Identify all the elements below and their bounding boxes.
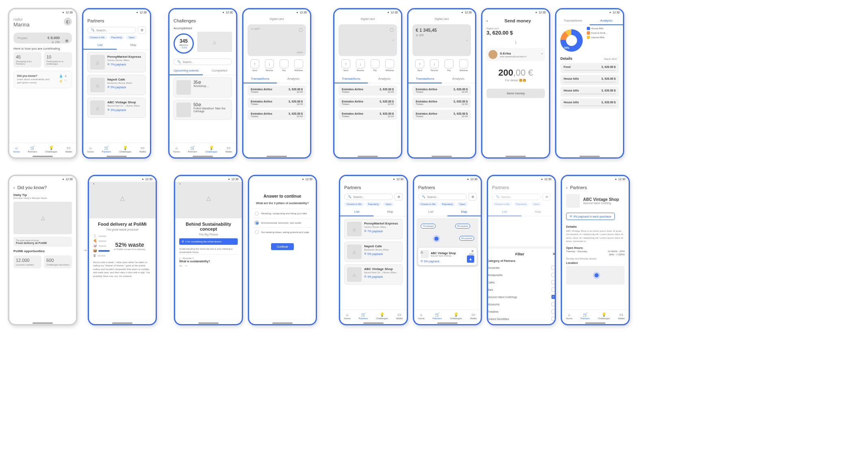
card-balance: 3, 620.00 $ [486, 30, 545, 36]
cart-icon: 🛒 [30, 145, 35, 150]
detail-row[interactable]: House bills3, 620.00 $ [560, 98, 619, 109]
nav-home[interactable]: ⌂Home [87, 145, 94, 153]
filter-option[interactable]: Theatres [487, 308, 556, 315]
filter-option[interactable]: Restaurants [487, 271, 556, 279]
filter-button[interactable]: ⚙ [469, 193, 477, 200]
filter-button[interactable]: ⚙ [395, 193, 403, 200]
screen-dyk: 12:30 ‹Did you know? Daily Tip Discover … [8, 175, 77, 325]
action-receive[interactable]: ↓Receive [265, 59, 274, 72]
close-icon[interactable]: ✕ [471, 249, 474, 253]
tab-analysis[interactable]: Analysis [590, 17, 623, 25]
action-withdraw[interactable]: Withdraw [294, 59, 303, 72]
play-icon: ▷ [179, 257, 181, 260]
digital-card[interactable]: € 1 345,45⊘ 269‹ [412, 24, 471, 56]
tip-card[interactable]: The great waste producerFood delivery at… [13, 237, 72, 247]
filter-option[interactable]: Shared Mobilities [487, 315, 556, 322]
nav-challenges[interactable]: 💡Challenges [45, 145, 57, 153]
nav-home[interactable]: ⌂Home [13, 145, 20, 153]
filter-option[interactable]: Groceries [487, 264, 556, 271]
map-pin[interactable]: 3% payback [459, 236, 474, 241]
note[interactable]: For dinner 🍔🍔 [486, 79, 545, 82]
month-selector[interactable]: March 2021 ˅ [604, 57, 619, 60]
search-input[interactable]: 🔍Search... [344, 194, 393, 200]
chip-open[interactable]: Open [126, 35, 137, 39]
episode[interactable]: ▷Episode 1What is sustainability?▭▫▫ [179, 254, 238, 270]
tab-analysis[interactable]: Analysis [277, 75, 310, 83]
back-button[interactable]: ‹ [13, 185, 15, 190]
quiz-option[interactable]: Environmental, economic, and social [253, 218, 312, 227]
back-button[interactable]: ‹ [566, 185, 568, 190]
partner-card[interactable]: △PennyMarket ExpressGrocery | Bovisa, Mi… [87, 52, 146, 72]
partner-card[interactable]: △Napoli CafeRestaurant | Bovisa, Milano5… [87, 75, 146, 95]
avatar [488, 50, 497, 59]
chevron-left-icon: ‹ [467, 38, 468, 42]
filter-button[interactable]: ⚙ [138, 26, 146, 34]
tab-map[interactable]: Map [117, 41, 150, 50]
location-map[interactable] [566, 266, 625, 285]
eye-icon[interactable]: ◉ [65, 38, 69, 43]
balance-card[interactable]: Prepaid € 8.000 ⊘ 250 ◉ [13, 33, 72, 44]
chip-popularity[interactable]: Popularity [109, 35, 125, 39]
filter-option[interactable]: Bars [487, 286, 556, 293]
detail-row[interactable]: Food3, 620.00 $ [560, 63, 619, 73]
nav-wallet[interactable]: ▭Wallet [65, 145, 72, 153]
screen-analysis: 12:30 TransactionsAnalysis 76% House Bil… [555, 8, 624, 159]
nav-partners[interactable]: 🛒Partners [102, 145, 111, 153]
search-input[interactable]: 🔍Search... [87, 27, 136, 33]
map-pin[interactable]: 5% payback [455, 224, 470, 229]
filter-option[interactable]: Second Hand Clothings✓ [487, 293, 556, 301]
flow-arrow: → [82, 247, 88, 253]
back-button[interactable]: ‹ [93, 182, 95, 186]
transaction-row[interactable]: Emirates AirlineTickets3, 620.00 $12.04 [247, 110, 306, 120]
back-button[interactable]: ‹ [179, 182, 181, 186]
map[interactable]: 7% payback 5% payback 3% payback ✕ △ABC … [417, 218, 478, 267]
partner-card[interactable]: △ABC Vintage ShopSecond Hand Clo... | Bo… [87, 98, 146, 118]
nav-challenges[interactable]: 💡Challenges [119, 145, 131, 153]
event-card[interactable]: 35⊘Workshop.... [174, 77, 232, 98]
tab-completed[interactable]: Completed [203, 67, 236, 75]
page-title: Challenges [174, 15, 232, 25]
placeholder-icon: △ [421, 250, 429, 258]
quiz-option[interactable]: Not wearing shoes, eating granola and yo… [253, 227, 312, 237]
map-pin[interactable]: 7% payback [421, 224, 436, 229]
status-bar: 12:30 [9, 9, 76, 15]
tab-upcoming[interactable]: Upcoming events [169, 67, 203, 75]
stat-shopping: 45Shopping from Partners [13, 52, 41, 68]
continue-button[interactable]: Continue [271, 243, 294, 250]
transaction-row[interactable]: Emirates AirlineTickets3, 620.00 $12.04 [247, 85, 306, 96]
screen-partners-map: 12:30 Partners 🔍Search...⚙ Closest to Me… [413, 175, 482, 325]
quiz-option[interactable]: Recicling, composting and riding your bi… [253, 209, 312, 218]
detail-row[interactable]: House bills3, 620.00 $ [560, 75, 619, 85]
action-pay[interactable]: Pay [280, 59, 289, 72]
filter-option[interactable]: Cafes [487, 279, 556, 286]
down-arrow-icon: ↓ [265, 59, 274, 68]
book-icon: ▫▫ [185, 264, 187, 268]
filter-option[interactable]: Museums [487, 301, 556, 308]
event-card[interactable]: 50⊘Polimi Marathon Take the Garbage [174, 100, 232, 120]
tab-transactions[interactable]: Transactions [243, 75, 277, 83]
action-send[interactable]: ↑Send [250, 59, 259, 72]
tab-transactions[interactable]: Transactions [556, 17, 590, 25]
nav-partners[interactable]: 🛒Partners [28, 145, 37, 153]
locate-button[interactable]: ▲ [467, 255, 474, 263]
back-button[interactable]: ‹ [486, 18, 488, 23]
avatar[interactable]: ◐ [64, 17, 72, 26]
search-input[interactable]: 🔍Search... [418, 194, 467, 200]
chip-closest[interactable]: Closest to Me [87, 35, 107, 39]
digital-card[interactable]: ◯› [339, 24, 397, 56]
close-icon[interactable]: ✕ [552, 252, 556, 256]
screen-home: 12:30 Hello!Marina ◐ Prepaid € 8.000 ⊘ 2… [8, 8, 77, 159]
quiz-title: Answer to continue [253, 194, 312, 198]
digital-card[interactable]: •••• 6677◯10/24 [247, 24, 306, 56]
recipient[interactable]: S.Erikaerika.sepetario@mail.polimi.it˅ [486, 48, 545, 61]
tab-list[interactable]: List [83, 41, 117, 50]
did-you-know-card[interactable]: Did you know? Learn about sustainability… [13, 71, 72, 88]
amount-input[interactable]: 200,00 € [486, 68, 545, 78]
nav-wallet[interactable]: ▭Wallet [139, 145, 146, 153]
balance: € 8.000 [48, 36, 60, 40]
detail-row[interactable]: House bills3, 620.00 $ [560, 87, 619, 97]
send-button[interactable]: Send money [486, 89, 545, 98]
search-input[interactable]: 🔍Search... [174, 59, 232, 65]
transaction-row[interactable]: Emirates AirlineTickets3, 620.00 $12.04 [247, 98, 306, 108]
filter-panel: Filter✕ Category of Partners Groceries R… [487, 248, 556, 325]
